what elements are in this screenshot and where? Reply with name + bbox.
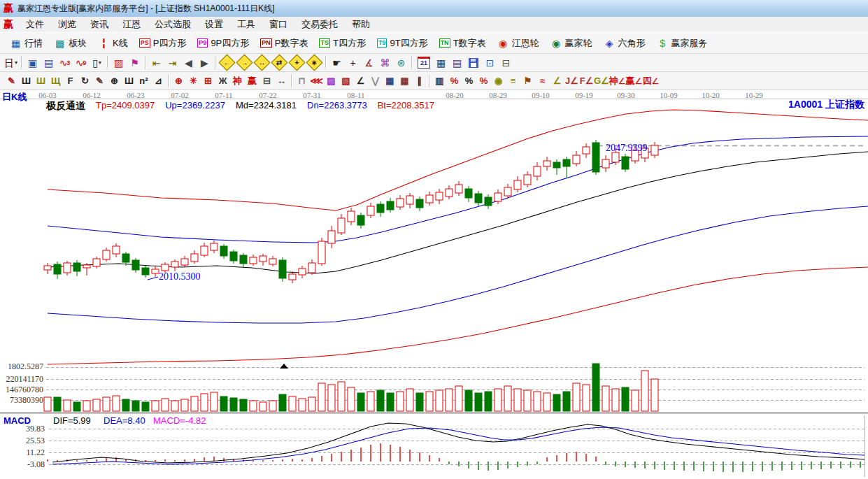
date-tick: 08-20 xyxy=(446,91,464,99)
low-annotation: 2010.5300 xyxy=(159,271,201,283)
date-axis: 06-0306-1206-2307-0207-1107-2207-3108-11… xyxy=(0,91,868,99)
date-tick: 07-02 xyxy=(171,91,189,99)
date-tick: 10-20 xyxy=(702,91,720,99)
date-tick: 07-22 xyxy=(259,91,277,99)
date-tick: 09-19 xyxy=(575,91,593,99)
channel-lines xyxy=(48,110,868,364)
date-tick: 06-12 xyxy=(83,91,101,99)
app-window: { "window": { "logo_glyph": "赢", "title"… xyxy=(0,0,868,479)
date-tick: 10-29 xyxy=(745,91,763,99)
date-tick: 09-30 xyxy=(617,91,635,99)
macd-dea-value: DEA=8.40 xyxy=(104,415,145,426)
channel-up-value: Up=2369.2237 xyxy=(165,100,225,113)
candles xyxy=(44,140,658,283)
chart-canvas[interactable] xyxy=(0,0,868,479)
channel-md-value: Md=2324.3181 xyxy=(236,100,297,113)
macd-pane xyxy=(48,423,865,472)
macd-value: MACD=-4.82 xyxy=(153,415,206,426)
macd-scale-3: 11.22 xyxy=(0,448,45,458)
symbol-label: 1A0001 上证指数 xyxy=(788,99,865,111)
date-tick: 06-03 xyxy=(38,91,57,99)
date-tick: 08-11 xyxy=(347,91,364,99)
date-tick: 06-23 xyxy=(127,91,145,99)
macd-scale-1: 39.83 xyxy=(0,424,45,434)
date-tick: 08-29 xyxy=(489,91,507,99)
macd-dif-value: DIF=5.99 xyxy=(53,415,91,426)
date-tick: 09-10 xyxy=(532,91,550,99)
date-tick: 07-31 xyxy=(303,91,321,99)
channel-header: 极反通道 Tp=2409.0397 Up=2369.2237 Md=2324.3… xyxy=(46,100,434,113)
volume-scale-1: 220141170 xyxy=(0,374,43,385)
high-annotation: 2047.9399 xyxy=(606,143,648,154)
channel-name: 极反通道 xyxy=(46,100,85,113)
date-tick: 10-09 xyxy=(660,91,678,99)
macd-scale-4: -3.08 xyxy=(0,459,45,470)
date-tick: 07-11 xyxy=(215,91,232,99)
channel-bt-value: Bt=2208.3517 xyxy=(378,100,434,113)
volume-scale-3: 73380390 xyxy=(0,395,43,406)
channel-dn-value: Dn=2263.3773 xyxy=(307,100,367,113)
price-scale-label: 1802.5287 xyxy=(0,362,43,372)
channel-tp-value: Tp=2409.0397 xyxy=(96,100,155,113)
macd-scale-2: 25.53 xyxy=(0,436,45,446)
volume-scale-2: 146760780 xyxy=(0,385,43,395)
volume-bars xyxy=(44,364,658,411)
